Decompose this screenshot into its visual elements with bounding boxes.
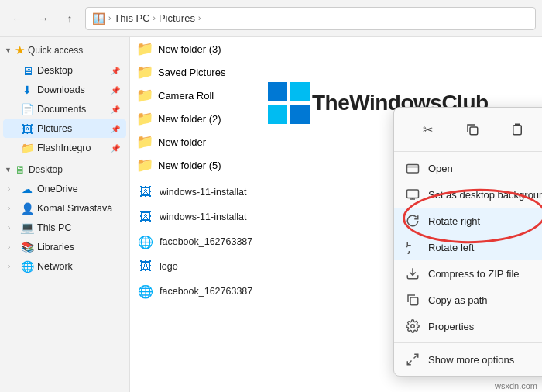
ctx-copy-button[interactable] xyxy=(460,117,485,142)
sidebar-item-desktop[interactable]: 🖥 Desktop 📌 xyxy=(3,61,126,80)
sidebar-item-onedrive[interactable]: › ☁ OneDrive xyxy=(3,180,126,198)
ctx-rotate-right[interactable]: Rotate right xyxy=(394,208,542,234)
libraries-icon: 📚 xyxy=(20,240,34,254)
file-name-0: windows-11-installat xyxy=(160,187,247,198)
folder-icon-2: 📁 xyxy=(136,87,153,104)
desktop-group-arrow: ▼ xyxy=(5,166,12,174)
sidebar-item-thispc[interactable]: › 💻 This PC xyxy=(3,218,126,237)
folder-name-0: New folder (3) xyxy=(158,43,221,55)
svg-point-11 xyxy=(411,325,415,328)
ctx-compress-icon xyxy=(405,266,420,281)
komal-label: Komal Srivastavá xyxy=(37,203,112,214)
desktop-group-label: Desktop xyxy=(29,164,63,175)
svg-line-13 xyxy=(407,361,411,365)
folder-name-4: New folder xyxy=(158,136,206,148)
ctx-desktop-bg[interactable]: Set as desktop background xyxy=(394,181,542,208)
ctx-compress[interactable]: Compress to ZIP file xyxy=(394,260,542,287)
folder-icon-3: 📁 xyxy=(136,110,153,127)
pictures-icon: 🖼 xyxy=(20,122,34,136)
ctx-rotate-left[interactable]: Rotate left xyxy=(394,234,542,260)
desktop-label: Desktop xyxy=(37,65,73,76)
qa-star-icon: ★ xyxy=(15,43,25,57)
ctx-rotate-right-icon xyxy=(405,213,420,229)
sidebar-item-komal[interactable]: › 👤 Komal Srivastavá xyxy=(3,199,126,218)
back-button[interactable]: ← xyxy=(6,8,28,29)
ctx-more-options-label: Show more options xyxy=(428,354,542,366)
sidebar-item-documents[interactable]: 📄 Documents 📌 xyxy=(3,100,126,119)
network-label: Network xyxy=(37,261,73,272)
downloads-icon: ⬇ xyxy=(20,83,34,97)
folder-item-2[interactable]: 📁 Camera Roll xyxy=(130,84,542,107)
documents-label: Documents xyxy=(37,104,86,115)
desktop-group[interactable]: ▼ 🖥 Desktop xyxy=(0,160,129,179)
thispc-arrow: › xyxy=(8,224,17,232)
downloads-label: Downloads xyxy=(37,84,85,95)
thispc-label: This PC xyxy=(37,222,71,233)
network-icon: 🌐 xyxy=(20,260,34,273)
downloads-pin-icon: 📌 xyxy=(111,86,120,95)
ctx-more-options[interactable]: Show more options Shift+F10 xyxy=(394,346,542,373)
file-icon-0: 🖼 xyxy=(136,183,155,201)
file-name-1: windows-11-installat xyxy=(160,211,247,222)
documents-icon: 📄 xyxy=(20,102,34,116)
sidebar: ▼ ★ Quick access 🖥 Desktop 📌 ⬇ Downloads… xyxy=(0,37,130,392)
folder-name-2: Camera Roll xyxy=(158,90,214,101)
komal-arrow: › xyxy=(8,205,17,212)
content-area: 📁 New folder (3) 📁 Saved Pictures 📁 Came… xyxy=(130,37,542,392)
ctx-copy-path-label: Copy as path xyxy=(428,294,542,306)
desktop-pin-icon: 📌 xyxy=(111,67,120,75)
sidebar-item-flashintegro[interactable]: 📁 FlashIntegro 📌 xyxy=(3,139,126,157)
context-menu: ✂ xyxy=(393,107,542,377)
ctx-desktop-bg-label: Set as desktop background xyxy=(428,189,542,201)
ctx-divider-top xyxy=(394,151,542,152)
folder-name-1: Saved Pictures xyxy=(158,67,225,78)
sidebar-item-network[interactable]: › 🌐 Network xyxy=(3,257,126,276)
sidebar-item-libraries[interactable]: › 📚 Libraries xyxy=(3,238,126,256)
file-icon-3: 🖼 xyxy=(136,257,155,276)
ctx-rotate-right-label: Rotate right xyxy=(428,215,542,227)
ctx-properties-label: Properties xyxy=(428,321,542,332)
thispc-icon: 💻 xyxy=(20,221,34,235)
folder-name-3: New folder (2) xyxy=(158,113,221,125)
address-chevron3: › xyxy=(198,14,201,22)
quick-access-group[interactable]: ▼ ★ Quick access xyxy=(0,40,129,60)
folder-item-1[interactable]: 📁 Saved Pictures xyxy=(130,60,542,84)
ctx-icon-row: ✂ xyxy=(394,111,542,148)
ctx-open[interactable]: Open Enter xyxy=(394,155,542,181)
title-bar: ← → ↑ 🪟 › This PC › Pictures › xyxy=(0,0,542,37)
ctx-properties[interactable]: Properties Alt+Enter xyxy=(394,313,542,339)
svg-line-12 xyxy=(414,354,418,358)
ctx-open-label: Open xyxy=(428,163,542,174)
sidebar-item-pictures[interactable]: 🖼 Pictures 📌 xyxy=(3,119,126,138)
svg-rect-4 xyxy=(470,127,478,135)
ctx-more-options-icon xyxy=(405,352,420,367)
folder-item-0[interactable]: 📁 New folder (3) xyxy=(130,37,542,60)
ctx-cut-button[interactable]: ✂ xyxy=(415,117,440,142)
ctx-copy-path-icon xyxy=(405,292,420,308)
ctx-copy-path[interactable]: Copy as path xyxy=(394,287,542,313)
svg-rect-10 xyxy=(410,297,418,305)
forward-button[interactable]: → xyxy=(33,8,54,29)
qa-expand-arrow: ▼ xyxy=(5,46,12,54)
onedrive-icon: ☁ xyxy=(20,182,34,196)
ctx-paste-button[interactable] xyxy=(505,117,530,142)
file-name-3: logo xyxy=(160,261,178,272)
ctx-compress-label: Compress to ZIP file xyxy=(428,268,542,280)
ctx-rotate-left-icon xyxy=(405,239,420,255)
file-icon-1: 🖼 xyxy=(136,208,155,226)
ctx-desktop-bg-icon xyxy=(405,187,420,202)
address-bar[interactable]: 🪟 › This PC › Pictures › xyxy=(85,7,536,30)
ctx-divider-bottom xyxy=(394,342,542,343)
desktop-group-icon: 🖥 xyxy=(15,163,26,176)
up-button[interactable]: ↑ xyxy=(59,8,81,29)
windows-icon: 🪟 xyxy=(92,12,105,25)
pictures-label: Pictures xyxy=(37,123,72,134)
ctx-properties-icon xyxy=(405,318,420,334)
address-part2: Pictures xyxy=(159,12,195,24)
svg-rect-8 xyxy=(407,190,419,198)
flash-icon: 📁 xyxy=(20,141,34,155)
sidebar-item-downloads[interactable]: ⬇ Downloads 📌 xyxy=(3,81,126,99)
bottom-watermark: wsxdn.com xyxy=(495,381,537,390)
svg-rect-7 xyxy=(407,165,419,174)
file-icon-4: 🌐 xyxy=(136,282,155,301)
